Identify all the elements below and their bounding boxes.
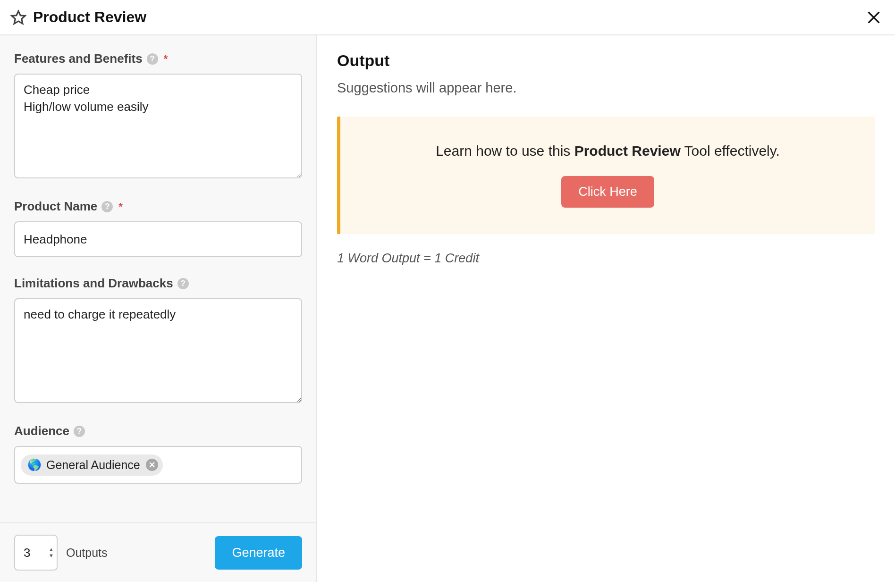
label-text: Audience	[14, 424, 69, 438]
credits-note: 1 Word Output = 1 Credit	[337, 251, 875, 266]
help-icon[interactable]: ?	[74, 426, 85, 437]
generate-button[interactable]: Generate	[215, 536, 302, 570]
outputs-count-wrap: ▲ ▼	[14, 535, 58, 571]
click-here-button[interactable]: Click Here	[561, 176, 654, 208]
globe-icon: 🌎	[27, 458, 42, 471]
help-icon[interactable]: ?	[177, 278, 189, 289]
audience-tag-input[interactable]: 🌎 General Audience ✕	[14, 446, 302, 484]
callout-bold: Product Review	[574, 143, 681, 159]
field-product-name: Product Name ? *	[14, 199, 302, 257]
step-up-icon[interactable]: ▲	[49, 547, 54, 552]
label-limitations: Limitations and Drawbacks ?	[14, 276, 302, 291]
label-text: Product Name	[14, 199, 97, 214]
form-panel: Features and Benefits ? * Cheap price Hi…	[0, 35, 317, 582]
audience-tag-chip: 🌎 General Audience ✕	[21, 454, 163, 476]
required-star: *	[164, 53, 168, 65]
learn-callout: Learn how to use this Product Review Too…	[337, 117, 875, 234]
label-audience: Audience ?	[14, 424, 302, 438]
close-icon[interactable]	[866, 9, 882, 25]
help-icon[interactable]: ?	[101, 201, 113, 212]
callout-prefix: Learn how to use this	[436, 143, 574, 159]
remove-tag-icon[interactable]: ✕	[146, 459, 158, 471]
product-name-input[interactable]	[14, 221, 302, 257]
modal-header: Product Review	[0, 0, 895, 35]
label-product-name: Product Name ? *	[14, 199, 302, 214]
field-limitations: Limitations and Drawbacks ? need to char…	[14, 276, 302, 405]
output-title: Output	[337, 51, 875, 70]
content-area: Features and Benefits ? * Cheap price Hi…	[0, 35, 895, 582]
help-icon[interactable]: ?	[147, 53, 158, 65]
features-benefits-textarea[interactable]: Cheap price High/low volume easily	[14, 74, 302, 178]
form-scroll[interactable]: Features and Benefits ? * Cheap price Hi…	[0, 35, 316, 522]
step-down-icon[interactable]: ▼	[49, 553, 54, 558]
callout-text: Learn how to use this Product Review Too…	[355, 143, 861, 159]
label-text: Limitations and Drawbacks	[14, 276, 173, 291]
field-audience: Audience ? 🌎 General Audience ✕	[14, 424, 302, 484]
page-title: Product Review	[33, 8, 866, 26]
required-star: *	[118, 201, 123, 213]
limitations-textarea[interactable]: need to charge it repeatedly	[14, 298, 302, 403]
outputs-label: Outputs	[66, 546, 108, 560]
svg-marker-0	[12, 11, 25, 24]
callout-suffix: Tool effectively.	[681, 143, 780, 159]
label-features-benefits: Features and Benefits ? *	[14, 51, 302, 66]
label-text: Features and Benefits	[14, 51, 143, 66]
output-panel: Output Suggestions will appear here. Lea…	[317, 35, 895, 582]
field-features-benefits: Features and Benefits ? * Cheap price Hi…	[14, 51, 302, 180]
audience-tag-text: General Audience	[46, 458, 140, 472]
stepper-arrows: ▲ ▼	[49, 547, 54, 558]
star-icon	[10, 9, 26, 25]
form-footer: ▲ ▼ Outputs Generate	[0, 522, 316, 582]
output-placeholder: Suggestions will appear here.	[337, 80, 875, 96]
